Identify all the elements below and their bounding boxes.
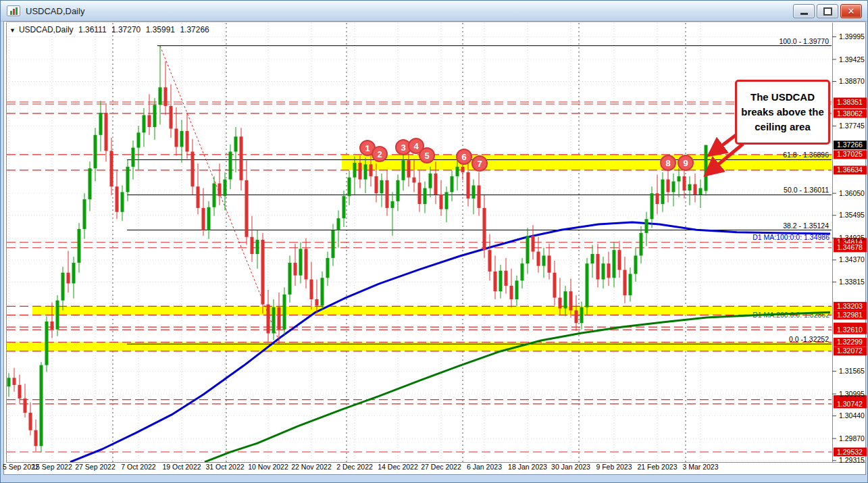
- svg-text:4: 4: [413, 141, 419, 151]
- price-label: 1.29870: [839, 434, 865, 442]
- fib-label: 61.8 - 1.36896: [783, 151, 829, 159]
- price-label: 1.34925: [839, 234, 865, 242]
- date-label: 3 Mar 2023: [682, 463, 718, 471]
- candle: [29, 403, 32, 436]
- ohlc-quote-header: ▼USDCAD,Daily 1.36111 1.37270 1.35991 1.…: [9, 25, 212, 34]
- ma-label: D1 MA:200:0:0: 1.32862: [752, 311, 829, 319]
- fib-label: 0.0 -1.32252: [789, 335, 829, 343]
- candle: [321, 272, 324, 311]
- candle: [7, 373, 11, 397]
- price-label: 1.38870: [839, 77, 865, 85]
- mt4-chart-window: USDCAD,Daily ✕ 100.0 - 1.3977061.8 - 1.3…: [0, 0, 868, 483]
- candle: [705, 145, 708, 195]
- candle: [240, 128, 243, 190]
- candle: [310, 262, 313, 309]
- candle: [197, 163, 200, 214]
- candle: [667, 167, 670, 203]
- svg-text:1.38351: 1.38351: [837, 98, 863, 106]
- candle: [175, 107, 178, 156]
- price-label: 1.37745: [839, 122, 865, 130]
- price-chart[interactable]: 100.0 - 1.3977061.8 - 1.3689650.0 - 1.36…: [1, 1, 868, 483]
- candle: [526, 228, 530, 274]
- candle: [548, 244, 551, 280]
- date-label: 14 Dec 2022: [378, 463, 418, 471]
- price-label: 1.31565: [839, 367, 865, 375]
- candle: [424, 182, 427, 213]
- candle: [553, 261, 557, 305]
- candle: [34, 420, 38, 451]
- candle: [251, 216, 254, 262]
- date-label: 30 Jan 2023: [551, 463, 590, 471]
- candle: [348, 171, 351, 205]
- candle: [170, 84, 173, 138]
- price-label: 1.29315: [839, 456, 865, 464]
- date-label: 7 Oct 2022: [121, 463, 156, 471]
- candle: [116, 170, 119, 219]
- candle: [510, 269, 513, 307]
- candle: [494, 255, 497, 299]
- candle: [472, 180, 476, 215]
- candle: [159, 46, 162, 125]
- candle: [148, 94, 151, 134]
- fib-label: 100.0 - 1.39770: [779, 37, 829, 45]
- candle: [272, 299, 276, 340]
- highlight-band: [342, 155, 832, 170]
- annotation-box: The USDCAD breaks above the ceiling area: [735, 80, 830, 145]
- candle: [451, 171, 454, 201]
- highlight-band: [32, 306, 832, 315]
- candle: [45, 316, 49, 372]
- price-label: 1.30995: [839, 390, 865, 398]
- candle: [229, 145, 232, 189]
- sequence-marker-7: 7: [472, 156, 487, 171]
- candle: [397, 175, 400, 211]
- price-label: 1.39995: [839, 32, 865, 41]
- candle: [688, 176, 692, 205]
- date-label: 18 Jan 2023: [508, 463, 547, 471]
- chevron-down-icon: ▼: [9, 27, 16, 34]
- candle: [61, 267, 65, 311]
- svg-text:1.37266: 1.37266: [837, 141, 863, 149]
- candle: [575, 295, 578, 331]
- svg-text:1.33203: 1.33203: [837, 302, 863, 310]
- candle: [305, 238, 308, 289]
- candle: [261, 233, 265, 313]
- candle: [429, 167, 432, 197]
- candle: [326, 251, 330, 286]
- ma200-line: [205, 312, 830, 461]
- candle: [645, 212, 648, 247]
- candle: [596, 244, 600, 288]
- candle: [542, 248, 546, 278]
- price-label: 1.34370: [839, 255, 865, 263]
- candle: [78, 223, 81, 272]
- candle: [445, 186, 449, 222]
- candle: [267, 290, 270, 343]
- candle: [164, 61, 168, 116]
- sequence-marker-5: 5: [419, 148, 434, 163]
- svg-text:1.32981: 1.32981: [837, 311, 863, 319]
- candle: [24, 384, 27, 417]
- svg-text:1.37025: 1.37025: [837, 150, 863, 158]
- candle: [672, 174, 675, 207]
- date-label: 21 Feb 2023: [638, 463, 678, 471]
- price-label: 1.35495: [839, 211, 865, 219]
- candle: [245, 160, 249, 245]
- price-label: 1.39425: [839, 55, 865, 63]
- date-label: 10 Nov 2022: [248, 463, 288, 471]
- svg-text:1.32072: 1.32072: [837, 347, 863, 355]
- date-label: 2 Dec 2022: [336, 463, 373, 471]
- svg-text:1.30742: 1.30742: [837, 400, 863, 408]
- candle: [94, 128, 97, 181]
- price-label: 1.33815: [839, 278, 865, 286]
- candle: [380, 174, 384, 207]
- svg-text:1.38062: 1.38062: [837, 109, 863, 118]
- sequence-marker-9: 9: [678, 155, 693, 170]
- candle: [650, 186, 654, 228]
- candle: [634, 248, 638, 282]
- candle: [191, 139, 195, 195]
- candle: [699, 180, 703, 208]
- candle: [694, 174, 697, 203]
- candle: [278, 293, 281, 344]
- annotation-text: The USDCAD breaks above the ceiling area: [738, 90, 827, 134]
- candle: [110, 138, 113, 195]
- candle: [661, 172, 665, 212]
